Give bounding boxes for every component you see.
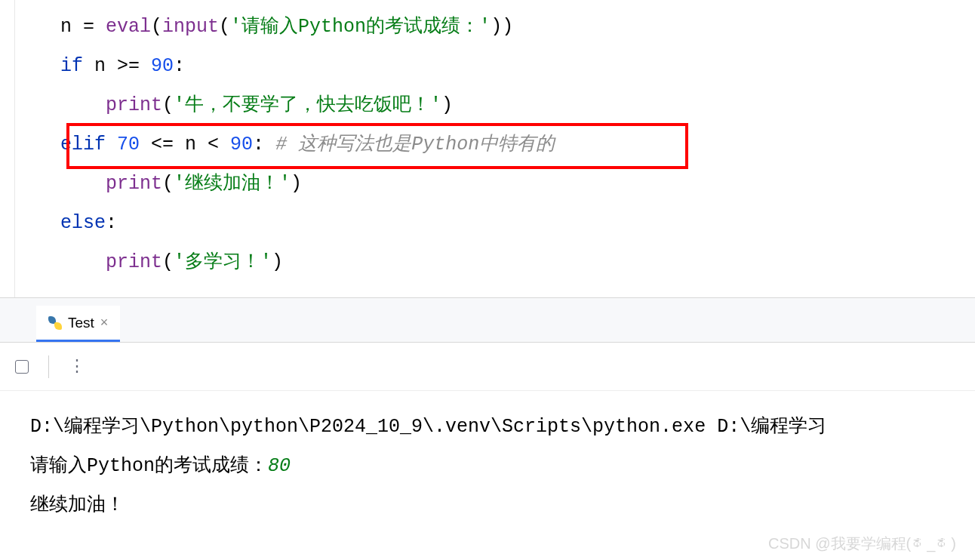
code-line-4: elif 70 <= n < 90: # 这种写法也是Python中特有的 <box>60 125 555 165</box>
code-line-5: print('继续加油！') <box>60 165 555 204</box>
code-line-7: print('多学习！') <box>60 243 555 282</box>
code-editor[interactable]: n = eval(input('请输入Python的考试成绩：'))if n >… <box>0 0 975 298</box>
close-icon[interactable]: × <box>100 315 109 331</box>
code-content[interactable]: n = eval(input('请输入Python的考试成绩：'))if n >… <box>15 0 555 297</box>
run-tab[interactable]: Test × <box>36 306 120 342</box>
code-line-1: n = eval(input('请输入Python的考试成绩：')) <box>60 8 555 47</box>
line-gutter <box>0 0 15 297</box>
console-output[interactable]: D:\编程学习\Python\python\P2024_10_9\.venv\S… <box>0 391 975 525</box>
run-tab-bar: Test × <box>0 298 975 343</box>
watermark: CSDN @我要学编程(ಥ_ಥ) <box>768 534 956 554</box>
more-icon[interactable]: ⋮ <box>69 356 85 377</box>
console-toolbar: ⋮ <box>0 343 975 391</box>
stop-button[interactable] <box>15 360 29 374</box>
console-path-line: D:\编程学习\Python\python\P2024_10_9\.venv\S… <box>30 408 975 447</box>
code-line-3: print('牛，不要学了，快去吃饭吧！') <box>60 86 555 125</box>
divider <box>48 355 49 378</box>
code-line-2: if n >= 90: <box>60 47 555 86</box>
run-tab-label: Test <box>68 315 94 331</box>
python-icon <box>48 316 62 330</box>
code-line-6: else: <box>60 204 555 243</box>
console-prompt-line: 请输入Python的考试成绩：80 <box>30 447 975 486</box>
console-output-line: 继续加油！ <box>30 486 975 525</box>
